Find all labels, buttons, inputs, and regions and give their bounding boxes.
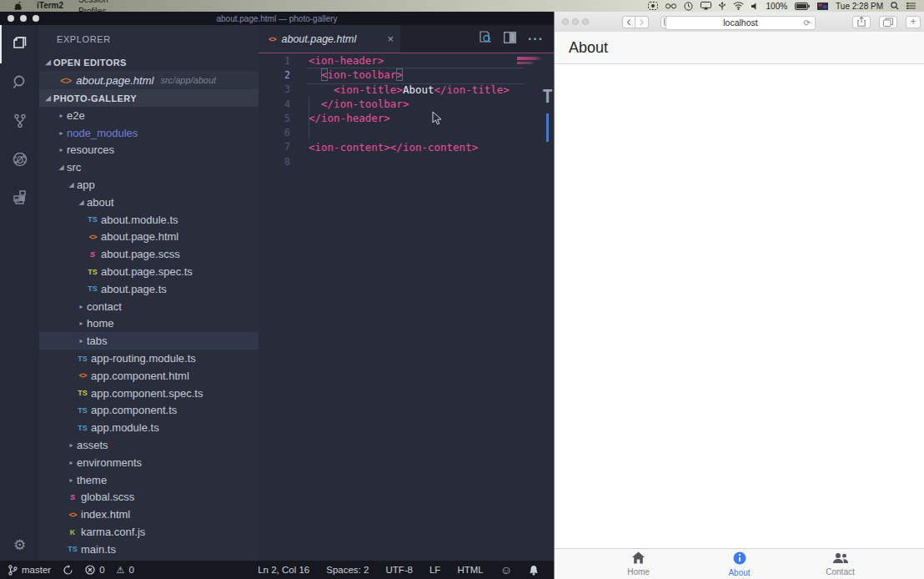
code-line-5[interactable]: 5</ion-header> <box>259 111 554 125</box>
tree-file-about.page.html[interactable]: <>about.page.html <box>39 229 259 246</box>
code-line-6[interactable]: 6 <box>259 125 554 139</box>
minimap[interactable] <box>517 55 542 68</box>
airplay-icon[interactable] <box>701 2 711 10</box>
more-actions-icon[interactable]: ··· <box>528 32 544 47</box>
tree-file-global.scss[interactable]: Sglobal.scss <box>39 489 259 506</box>
tree-file-about.page.scss[interactable]: Sabout.page.scss <box>39 245 259 263</box>
tree-item-label: tabs <box>87 335 108 347</box>
open-editors-header[interactable]: ◢ OPEN EDITORS <box>39 53 259 71</box>
tree-file-index.html[interactable]: <>index.html <box>39 506 259 523</box>
close-tab-icon[interactable]: × <box>387 33 394 45</box>
indentation-setting[interactable]: Spaces: 2 <box>318 565 377 575</box>
tree-folder-theme[interactable]: ▸theme <box>39 471 259 489</box>
code-line-1[interactable]: 1<ion-header> <box>259 53 554 68</box>
zoom-window-button[interactable] <box>582 18 589 25</box>
tree-folder-app[interactable]: ◢app <box>39 176 259 194</box>
glasses-icon[interactable] <box>665 3 676 9</box>
safari-traffic-lights[interactable] <box>562 18 589 25</box>
battery-icon[interactable] <box>795 3 810 10</box>
cursor-position[interactable]: Ln 2, Col 16 <box>249 565 318 575</box>
zoom-window-button[interactable] <box>33 15 39 22</box>
tree-file-about.page.ts[interactable]: TSabout.page.ts <box>39 280 259 298</box>
minimize-window-button[interactable] <box>572 18 579 25</box>
reload-icon[interactable]: ⟳ <box>804 18 811 28</box>
split-editor-icon[interactable] <box>504 32 516 47</box>
warnings-indicator[interactable]: ⚠ 0 <box>117 565 134 576</box>
apple-menu-icon[interactable] <box>7 0 29 12</box>
chevron-down-icon: ◢ <box>43 58 53 66</box>
tree-folder-about[interactable]: ◢about <box>39 194 259 211</box>
tree-folder-environments[interactable]: ▸environments <box>39 454 259 471</box>
line-number: 5 <box>259 113 290 124</box>
input-source-flag-icon[interactable] <box>817 3 828 10</box>
eol-setting[interactable]: LF <box>421 565 449 575</box>
new-tab-button[interactable]: + <box>906 16 921 28</box>
tree-folder-resources[interactable]: ▸resources <box>39 142 259 159</box>
language-mode[interactable]: HTML <box>449 565 491 575</box>
share-button[interactable] <box>852 16 871 28</box>
notifications-bell-icon[interactable] <box>520 565 547 576</box>
vscode-titlebar[interactable]: about.page.html — photo-gallery <box>0 12 554 25</box>
find-in-file-icon[interactable] <box>479 31 492 47</box>
code-line-3[interactable]: 3 <ion-title>About</ion-title> <box>259 83 554 97</box>
tree-file-app.component.html[interactable]: <>app.component.html <box>39 367 259 385</box>
close-window-button[interactable] <box>8 15 14 22</box>
tree-file-app.component.ts[interactable]: TSapp.component.ts <box>39 402 259 420</box>
debug-icon[interactable] <box>0 140 39 179</box>
code-editor[interactable]: 1<ion-header>2 <ion-toolbar>3 <ion-title… <box>259 53 554 561</box>
tree-file-about.page.spec.ts[interactable]: TSabout.page.spec.ts <box>39 263 259 280</box>
tree-folder-contact[interactable]: ▸contact <box>39 298 259 315</box>
tree-file-main.ts[interactable]: TSmain.ts <box>39 541 259 558</box>
tree-folder-assets[interactable]: ▸assets <box>39 436 259 454</box>
menubar-app-name[interactable]: iTerm2 <box>29 0 71 12</box>
code-line-4[interactable]: 4 </ion-toolbar> <box>259 97 554 111</box>
tree-folder-node_modules[interactable]: ▸node_modules <box>39 124 259 142</box>
forward-button[interactable]: › <box>635 16 649 28</box>
tree-folder-e2e[interactable]: ▸e2e <box>39 107 259 124</box>
show-tabs-button[interactable] <box>879 16 897 28</box>
menubar-clock[interactable]: Tue 2:28 PM <box>836 2 883 11</box>
back-button[interactable]: ‹ <box>622 16 635 28</box>
spotlight-icon[interactable] <box>891 2 899 10</box>
tree-file-app-routing.module.ts[interactable]: TSapp-routing.module.ts <box>39 350 259 367</box>
tree-file-app.component.spec.ts[interactable]: TSapp.component.spec.ts <box>39 385 259 402</box>
search-icon[interactable] <box>0 63 39 102</box>
tree-file-app.module.ts[interactable]: TSapp.module.ts <box>39 419 259 436</box>
minimize-window-button[interactable] <box>20 15 27 22</box>
chevron-right-icon: ▸ <box>56 146 67 154</box>
encoding-setting[interactable]: UTF-8 <box>377 565 421 575</box>
address-bar[interactable]: localhost ⟳ <box>665 16 816 30</box>
source-control-icon[interactable] <box>0 102 39 140</box>
code-line-2[interactable]: 2 <ion-toolbar> <box>259 68 554 82</box>
git-branch-indicator[interactable]: master <box>8 565 51 576</box>
tree-folder-src[interactable]: ◢src <box>39 159 259 176</box>
tab-about[interactable]: About <box>689 549 790 579</box>
close-window-button[interactable] <box>562 18 569 25</box>
usb-icon[interactable] <box>719 2 726 11</box>
tab-contact[interactable]: Contact <box>790 549 891 579</box>
settings-gear-icon[interactable]: ⚙ <box>0 536 39 554</box>
vscode-traffic-lights[interactable] <box>8 15 39 22</box>
tree-folder-tabs[interactable]: ▸tabs <box>39 332 259 350</box>
extensions-icon[interactable] <box>0 179 39 217</box>
menubar-item-session[interactable]: Session <box>71 0 116 6</box>
errors-indicator[interactable]: 0 <box>85 565 104 575</box>
feedback-smiley-icon[interactable]: ☺ <box>492 563 520 576</box>
code-line-8[interactable]: 8 <box>259 154 554 169</box>
code-line-7[interactable]: 7<ion-content></ion-content> <box>259 140 554 154</box>
explorer-icon[interactable] <box>0 25 39 63</box>
tab-home[interactable]: Home <box>588 549 689 579</box>
sync-button[interactable] <box>63 565 73 576</box>
tree-file-about.module.ts[interactable]: TSabout.module.ts <box>39 211 259 229</box>
volume-icon[interactable] <box>751 3 759 10</box>
wifi-icon[interactable] <box>733 2 744 10</box>
time-machine-icon[interactable] <box>684 2 693 11</box>
chevron-right-icon: ▸ <box>76 337 87 345</box>
open-editor-item[interactable]: <> about.page.html src/app/about <box>39 71 259 89</box>
tree-folder-home[interactable]: ▸home <box>39 315 259 333</box>
screen-recording-icon[interactable] <box>648 2 658 10</box>
tree-file-karma.conf.js[interactable]: Kkarma.conf.js <box>39 523 259 541</box>
tab-about-page-html[interactable]: <> about.page.html × <box>259 25 400 53</box>
notification-center-icon[interactable] <box>906 3 916 10</box>
project-header[interactable]: ◢ PHOTO-GALLERY <box>39 89 259 107</box>
